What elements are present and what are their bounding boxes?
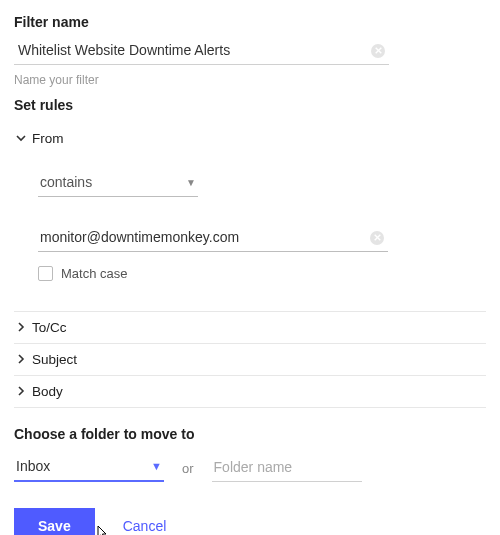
cancel-link[interactable]: Cancel bbox=[123, 518, 167, 534]
from-value-input[interactable] bbox=[38, 223, 388, 252]
rule-tocc-label: To/Cc bbox=[32, 320, 67, 335]
filter-name-hint: Name your filter bbox=[14, 73, 486, 87]
chevron-right-icon bbox=[16, 386, 32, 398]
rule-subject-label: Subject bbox=[32, 352, 77, 367]
clear-from-value-icon[interactable] bbox=[370, 231, 384, 245]
choose-folder-label: Choose a folder to move to bbox=[14, 426, 486, 442]
match-case-label: Match case bbox=[61, 266, 127, 281]
chevron-right-icon bbox=[16, 322, 32, 334]
chevron-right-icon bbox=[16, 354, 32, 366]
save-button[interactable]: Save bbox=[14, 508, 95, 535]
folder-select[interactable]: Inbox ▼ bbox=[14, 452, 164, 482]
rule-subject-header[interactable]: Subject bbox=[14, 343, 486, 375]
match-case-checkbox[interactable] bbox=[38, 266, 53, 281]
rule-tocc-header[interactable]: To/Cc bbox=[14, 312, 486, 343]
condition-select[interactable]: contains ▼ bbox=[38, 168, 198, 197]
caret-down-icon: ▼ bbox=[151, 460, 162, 472]
cursor-pointer-icon bbox=[92, 524, 112, 535]
folder-selected-value: Inbox bbox=[16, 458, 50, 474]
rule-body-header[interactable]: Body bbox=[14, 375, 486, 408]
rule-from-header[interactable]: From bbox=[14, 123, 486, 154]
caret-down-icon: ▼ bbox=[186, 177, 196, 188]
set-rules-label: Set rules bbox=[14, 97, 486, 113]
rule-from-label: From bbox=[32, 131, 64, 146]
clear-filter-name-icon[interactable] bbox=[371, 44, 385, 58]
condition-value: contains bbox=[40, 174, 92, 190]
rule-body-label: Body bbox=[32, 384, 63, 399]
filter-name-input[interactable] bbox=[14, 36, 389, 65]
or-text: or bbox=[182, 461, 194, 482]
folder-name-input[interactable] bbox=[212, 453, 362, 482]
chevron-down-icon bbox=[16, 133, 32, 145]
filter-name-label: Filter name bbox=[14, 14, 486, 30]
